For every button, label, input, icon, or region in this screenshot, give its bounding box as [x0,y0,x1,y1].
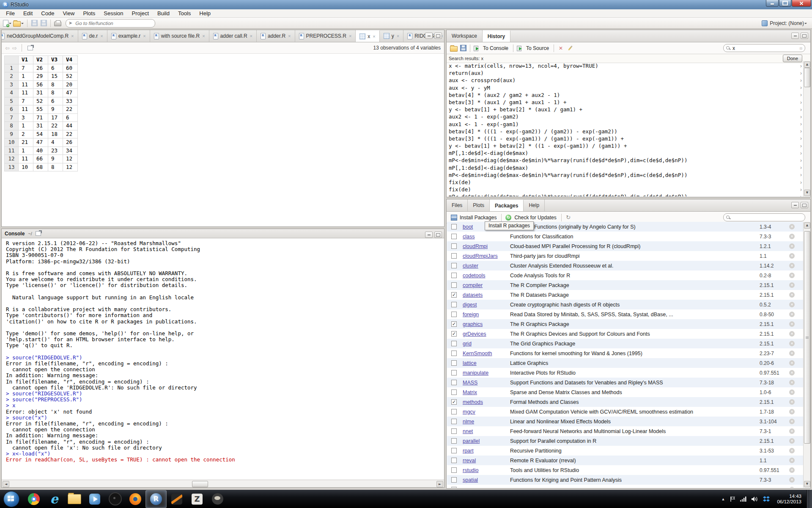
package-name-link[interactable]: codetools [463,273,510,279]
package-loaded-checkbox[interactable] [451,234,457,239]
package-loaded-checkbox[interactable] [451,282,457,288]
load-history-button[interactable] [450,44,458,52]
package-name-link[interactable]: Matrix [463,389,510,395]
package-loaded-checkbox[interactable] [451,273,457,278]
editor-tab[interactable]: x × [356,30,379,42]
print-button[interactable] [53,19,62,28]
remove-package-icon[interactable]: ✕ [789,351,795,356]
scroll-up-icon[interactable]: ▲ [804,61,810,68]
package-loaded-checkbox[interactable] [451,341,457,346]
package-name-link[interactable]: compiler [463,282,510,288]
package-loaded-checkbox[interactable] [451,428,457,434]
open-in-new-window-icon[interactable] [27,46,33,50]
package-name-link[interactable]: cluster [463,263,510,269]
history-entry[interactable]: mP[,1:de$d]<-diag(de$max) › [447,164,803,171]
to-console-label[interactable]: To Console [483,45,508,51]
history-entry[interactable]: fix(de) › [447,186,803,193]
menu-item[interactable]: Edit [19,9,37,17]
history-entry[interactable]: mP[,1:de$d]<-diag(de$max) › [447,149,803,157]
tab-plots[interactable]: Plots [468,199,490,211]
package-name-link[interactable]: rpart [463,448,510,454]
minimize-pane-icon[interactable] [791,202,799,208]
remove-package-icon[interactable]: ✕ [789,380,795,385]
file-explorer-icon[interactable] [64,491,85,508]
to-source-label[interactable]: To Source [526,45,549,51]
check-updates-icon[interactable]: ↻ [504,213,513,222]
close-tab-icon[interactable]: × [288,33,291,39]
menu-item[interactable]: Project [128,9,153,17]
menu-item[interactable]: File [2,9,19,17]
remove-package-icon[interactable]: ✕ [789,409,795,414]
scroll-up-icon[interactable]: ▲ [804,222,810,229]
remove-package-icon[interactable]: ✕ [789,448,795,453]
check-updates-label[interactable]: Check for Updates [514,215,556,221]
close-tab-icon[interactable]: × [373,34,375,39]
history-entry-chevron-icon[interactable]: › [800,121,803,127]
remove-package-icon[interactable]: ✕ [789,428,795,434]
start-button[interactable] [3,491,19,507]
close-tab-icon[interactable]: × [202,33,205,39]
editor-tab[interactable]: with source file.R × [150,30,209,42]
packages-vertical-scrollbar[interactable]: ▲ ▼ [803,222,810,488]
package-loaded-checkbox[interactable] [451,419,457,424]
package-name-link[interactable]: MASS [463,380,510,386]
history-entry[interactable]: aux <- y - yM › [447,84,803,91]
network-signal-icon[interactable] [740,496,747,502]
remove-package-icon[interactable]: ✕ [789,243,795,249]
package-loaded-checkbox[interactable]: ✓ [451,331,457,337]
console-horizontal-scrollbar[interactable]: ◄ ► [2,480,444,487]
maximize-pane-icon[interactable] [801,202,808,208]
save-history-button[interactable] [459,44,467,52]
goto-file-function-input[interactable] [74,20,152,26]
open-file-button[interactable] [13,19,25,28]
package-loaded-checkbox[interactable] [451,302,457,307]
minimize-window-button[interactable] [766,0,779,7]
history-entry[interactable]: x <- matrix(cells, nrow=13, ncol=4, byro… [447,62,803,69]
history-entry[interactable]: mP<-de$min+diag(de$max-de$min)%*%array(r… [447,171,803,179]
refresh-icon[interactable]: ↻ [564,213,573,222]
remove-package-icon[interactable]: ✕ [789,389,795,395]
scroll-down-icon[interactable]: ▼ [804,190,810,196]
scrollbar-thumb[interactable] [804,231,810,444]
menu-item[interactable]: Session [99,9,127,17]
taskbar-clock[interactable]: 14:43 06/12/2013 [777,494,801,505]
media-player-icon[interactable] [85,491,105,508]
package-loaded-checkbox[interactable] [451,409,457,414]
scrollbar-thumb[interactable] [804,68,810,87]
remove-package-icon[interactable]: ✕ [789,282,795,288]
package-loaded-checkbox[interactable] [451,351,457,356]
to-console-button[interactable] [473,44,481,52]
dropbox-icon[interactable] [763,496,770,502]
history-entry-chevron-icon[interactable]: › [800,85,803,91]
remove-package-icon[interactable]: ✕ [789,312,795,317]
package-loaded-checkbox[interactable] [451,487,457,488]
remove-package-icon[interactable]: ✕ [789,487,795,488]
history-entry-chevron-icon[interactable]: › [800,63,803,69]
remove-entries-button[interactable]: ✕ [557,44,565,52]
history-entry[interactable]: return(aux) › [447,69,803,77]
package-name-link[interactable]: datasets [463,292,510,298]
clear-history-button[interactable] [566,44,574,52]
menu-item[interactable]: Help [195,9,215,17]
package-name-link[interactable]: cloudRmpi [463,243,510,249]
gimp-app-icon[interactable] [207,491,228,508]
package-name-link[interactable]: nnet [463,428,510,434]
remove-package-icon[interactable]: ✕ [789,292,795,298]
volume-icon[interactable] [752,496,758,502]
history-entry-chevron-icon[interactable]: › [800,165,803,171]
remove-package-icon[interactable]: ✕ [789,370,795,375]
package-name-link[interactable]: grDevices [463,331,510,337]
package-name-link[interactable]: grid [463,341,510,347]
package-loaded-checkbox[interactable] [451,253,457,259]
minimize-pane-icon[interactable] [425,232,433,238]
tab-files[interactable]: Files [447,199,468,211]
menu-item[interactable]: Build [153,9,174,17]
remove-package-icon[interactable]: ✕ [789,273,795,278]
remove-package-icon[interactable]: ✕ [789,341,795,346]
package-name-link[interactable]: foreign [463,312,510,318]
package-loaded-checkbox[interactable] [451,380,457,385]
editor-tab[interactable]: neOddGroupModelComp.R × [1,30,78,42]
chrome-icon[interactable] [24,491,44,508]
dark-app-icon[interactable] [167,491,187,508]
done-button[interactable]: Done [783,55,802,62]
